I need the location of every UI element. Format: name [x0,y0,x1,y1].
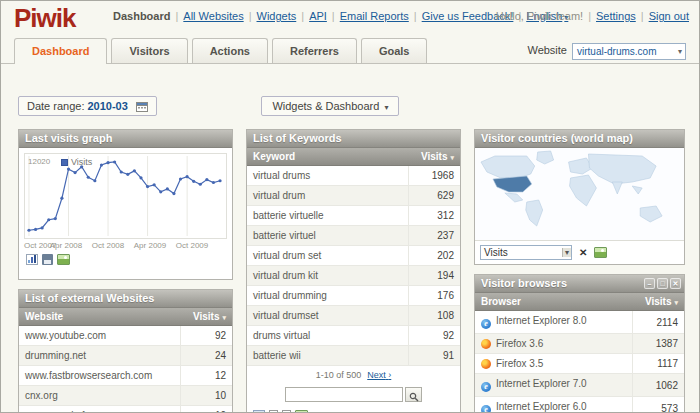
tab-dashboard[interactable]: Dashboard [14,38,107,64]
chart-type-icon[interactable] [26,254,38,265]
visits-cell: 10 [180,386,232,406]
table-row[interactable]: drumming.net24 [19,346,232,366]
piwik-logo[interactable]: Piwik [14,3,75,34]
keyword-cell[interactable]: virtual drum set [247,246,408,266]
table-row[interactable]: cnx.org10 [19,386,232,406]
keyword-cell[interactable]: batterie virtuelle [247,206,408,226]
tab-goals[interactable]: Goals [361,38,428,63]
nav-email-reports[interactable]: Email Reports [327,10,409,22]
keyword-cell[interactable]: virtual drums [247,166,408,186]
column-header-keyword[interactable]: Keyword [247,148,408,166]
world-map[interactable] [475,148,684,240]
nav-dashboard[interactable]: Dashboard [113,10,170,22]
website-cell[interactable]: www.youtube.com [19,326,180,346]
table-row[interactable]: virtual drum set202 [247,246,460,266]
nav-all-websites[interactable]: All Websites [170,10,243,22]
metric-select[interactable]: Visits▾ [480,245,572,260]
widget-columns: Last visits graph 12020 Visits Oct 2007A… [18,129,685,413]
nav-api[interactable]: API [296,10,327,22]
sort-desc-icon: ▾ [674,299,678,306]
firefox-icon [481,359,491,369]
widgets-dashboard-button[interactable]: Widgets & Dashboard ▾ [261,96,399,116]
keyword-cell[interactable]: virtual drum [247,186,408,206]
table-row[interactable]: www.google.fr10 [19,406,232,413]
table-row[interactable]: www.fastbrowsersearch.com12 [19,366,232,386]
visits-cell: 12 [180,366,232,386]
table-row[interactable]: virtual drums1968 [247,166,460,186]
table-row[interactable]: virtual drumset108 [247,306,460,326]
search-button[interactable] [405,387,422,402]
website-cell[interactable]: drumming.net [19,346,180,366]
browser-cell: Internet Explorer 7.0 [475,374,632,397]
widget-header[interactable]: List of external Websites [19,290,232,308]
visits-cell: 1968 [408,166,460,186]
table-row[interactable]: batterie wii91 [247,346,460,366]
column-header-visits[interactable]: Visits▾ [180,308,232,326]
widget-header[interactable]: Last visits graph [19,130,232,148]
table-row[interactable]: Internet Explorer 7.01062 [475,374,684,397]
browser-label: Firefox 3.6 [496,338,543,349]
chevron-down-icon: ▾ [562,248,571,257]
website-select[interactable]: virtual-drums.com▾ [572,43,686,60]
keyword-cell[interactable]: batterie wii [247,346,408,366]
tab-visitors[interactable]: Visitors [111,38,187,63]
date-range-picker[interactable]: Date range:2010-03 [18,96,157,116]
table-row[interactable]: Firefox 3.51117 [475,354,684,374]
nav-widgets[interactable]: Widgets [244,10,297,22]
website-cell[interactable]: www.google.fr [19,406,180,413]
keyword-cell[interactable]: virtual drumset [247,306,408,326]
pagination-next-link[interactable]: Next › [367,370,391,380]
visits-line-chart[interactable]: 12020 Visits [24,153,227,239]
image-export-icon[interactable] [57,254,70,265]
column-header-website[interactable]: Website [19,308,180,326]
dashboard-toolbar: Date range:2010-03 Widgets & Dashboard ▾ [18,96,682,120]
signout-link[interactable]: Sign out [636,10,689,22]
keyword-cell[interactable]: drums virtual [247,326,408,346]
image-export-icon[interactable] [594,247,607,258]
website-cell[interactable]: cnx.org [19,386,180,406]
x-tick-label: Apr 2009 [134,241,166,250]
table-row[interactable]: virtual drum629 [247,186,460,206]
visits-cell: 312 [408,206,460,226]
widget-header[interactable]: List of Keywords [247,130,460,148]
tab-referrers[interactable]: Referrers [272,38,357,63]
settings-link[interactable]: Settings [583,10,636,22]
keyword-cell[interactable]: virtual drum kit [247,266,408,286]
visits-cell: 176 [408,286,460,306]
maximize-icon[interactable]: □ [657,278,668,289]
table-footer-icons [247,407,460,413]
close-icon[interactable]: ✕ [579,248,587,258]
keyword-cell[interactable]: virtual drumming [247,286,408,306]
table-row[interactable]: drums virtual92 [247,326,460,346]
search-input[interactable] [285,387,403,402]
widget-header[interactable]: Visitor countries (world map) [475,130,684,148]
table-row[interactable]: batterie virtuel237 [247,226,460,246]
widget-header[interactable]: Visitor browsers – □ ✕ [475,275,684,293]
table-row[interactable]: batterie virtuelle312 [247,206,460,226]
visits-cell: 92 [180,326,232,346]
widget-last-visits-graph: Last visits graph 12020 Visits Oct 2007A… [18,129,233,280]
export-icon[interactable] [42,254,53,265]
table-row[interactable]: virtual drum kit194 [247,266,460,286]
external-websites-table: Website Visits▾ www.youtube.com92 drummi… [19,308,232,413]
close-icon[interactable]: ✕ [670,278,681,289]
x-tick-label: Apr 2008 [50,241,82,250]
table-row[interactable]: virtual drumming176 [247,286,460,306]
website-selector: Websitevirtual-drums.com▾ [527,43,686,60]
minimize-icon[interactable]: – [644,278,655,289]
search-icon [409,392,419,402]
table-row[interactable]: Internet Explorer 6.0573 [475,397,684,413]
column-header-browser[interactable]: Browser [475,293,632,311]
table-search [247,382,460,407]
table-row[interactable]: Internet Explorer 8.02114 [475,311,684,334]
visits-cell: 1062 [632,374,684,397]
column-3: Visitor countries (world map) [474,129,685,413]
table-row[interactable]: www.youtube.com92 [19,326,232,346]
website-cell[interactable]: www.fastbrowsersearch.com [19,366,180,386]
column-header-visits[interactable]: Visits▾ [632,293,684,311]
pagination-range: 1-10 of 500 [316,370,362,380]
tab-actions[interactable]: Actions [192,38,268,63]
table-row[interactable]: Firefox 3.61387 [475,334,684,354]
keyword-cell[interactable]: batterie virtuel [247,226,408,246]
column-header-visits[interactable]: Visits▾ [408,148,460,166]
